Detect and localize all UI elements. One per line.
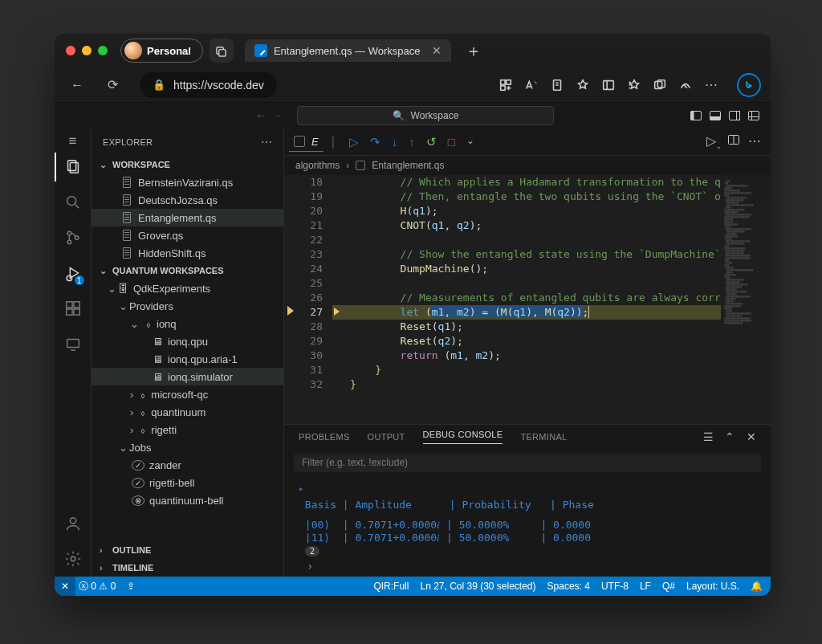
quantum-workspaces-header[interactable]: ⌄QUANTUM WORKSPACES bbox=[92, 262, 283, 279]
layout-panel-right-icon[interactable] bbox=[726, 107, 743, 124]
console-prompt-icon[interactable]: › bbox=[299, 556, 756, 576]
remote-indicator[interactable]: ✕ bbox=[55, 577, 75, 596]
close-window-button[interactable] bbox=[66, 46, 75, 55]
cursor-position[interactable]: Ln 27, Col 39 (30 selected) bbox=[420, 581, 535, 592]
bing-button[interactable] bbox=[737, 73, 761, 97]
menu-button[interactable]: ≡ bbox=[69, 133, 77, 149]
job-item[interactable]: ⊗quantinuum-bell bbox=[92, 491, 283, 509]
breadcrumb-folder[interactable]: algorithms bbox=[295, 160, 340, 171]
qir-status[interactable]: QIR:Full bbox=[373, 581, 409, 592]
panel-filter-icon[interactable]: ☰ bbox=[703, 430, 714, 443]
layout-panel-left-icon[interactable] bbox=[687, 107, 705, 124]
debug-console-output[interactable]: ▸ Basis | Amplitude | Probability | Phas… bbox=[284, 477, 771, 577]
code-editor[interactable]: 181920212223242526272829303132 // Which … bbox=[284, 175, 771, 424]
search-activity[interactable] bbox=[55, 185, 92, 220]
more-icon[interactable]: ⋯ bbox=[698, 72, 724, 98]
workspace-section-header[interactable]: ⌄WORKSPACE bbox=[92, 156, 283, 173]
keyboard-layout[interactable]: Layout: U.S. bbox=[686, 581, 739, 592]
nav-back-icon[interactable]: ← bbox=[255, 109, 267, 122]
explorer-activity[interactable] bbox=[55, 149, 92, 185]
target-item[interactable]: 🖥ionq.simulator bbox=[92, 368, 283, 385]
tab-close-icon[interactable]: ✕ bbox=[432, 44, 442, 57]
file-icon bbox=[294, 136, 305, 147]
encoding-status[interactable]: UTF-8 bbox=[601, 581, 629, 592]
customize-layout-icon[interactable] bbox=[745, 107, 763, 124]
breadcrumb-file[interactable]: Entanglement.qs bbox=[372, 160, 444, 171]
debug-step-into-button[interactable]: ↓ bbox=[392, 135, 398, 149]
language-status[interactable]: Q# bbox=[662, 581, 675, 592]
panel-tab-output[interactable]: OUTPUT bbox=[368, 432, 405, 442]
text-size-icon[interactable] bbox=[519, 72, 544, 98]
console-filter-input[interactable]: Filter (e.g. text, !exclude) bbox=[294, 454, 761, 472]
account-icon[interactable] bbox=[55, 506, 92, 541]
panel-tab-problems[interactable]: PROBLEMS bbox=[299, 432, 350, 442]
breadcrumb[interactable]: algorithms › Entanglement.qs bbox=[284, 156, 771, 175]
panel-maximize-icon[interactable]: ⌃ bbox=[725, 430, 735, 443]
panel-close-icon[interactable]: ✕ bbox=[747, 430, 756, 443]
jobs-node[interactable]: ⌄Jobs bbox=[92, 438, 283, 456]
file-item[interactable]: Grover.qs bbox=[92, 226, 283, 244]
debug-dropdown-icon[interactable]: ⌄ bbox=[466, 135, 474, 149]
layout-panel-bottom-icon[interactable] bbox=[706, 107, 724, 124]
provider-item[interactable]: ›⬨quantinuum bbox=[92, 403, 283, 421]
minimap[interactable]: ████ ████ ██████████████████████ ███████… bbox=[721, 175, 771, 424]
settings-icon[interactable] bbox=[55, 541, 92, 577]
browser-tab[interactable]: Entanglement.qs — Workspace ✕ bbox=[245, 39, 451, 62]
tab-overview-button[interactable] bbox=[210, 39, 234, 63]
target-item[interactable]: 🖥ionq.qpu.aria-1 bbox=[92, 350, 283, 368]
debug-step-out-button[interactable]: ↑ bbox=[409, 135, 415, 149]
back-button[interactable]: ← bbox=[64, 72, 90, 98]
target-item[interactable]: 🖥ionq.qpu bbox=[92, 332, 283, 350]
file-item[interactable]: DeutschJozsa.qs bbox=[92, 191, 283, 209]
outline-section[interactable]: ›OUTLINE bbox=[92, 541, 283, 559]
eol-status[interactable]: LF bbox=[640, 581, 651, 592]
debug-restart-button[interactable]: ↺ bbox=[426, 135, 437, 149]
qdk-experiments[interactable]: ⌄🗄QdkExperiments bbox=[92, 279, 283, 297]
panel-tab-terminal[interactable]: TERMINAL bbox=[520, 432, 567, 442]
address-bar: ← ⟳ 🔒 https://vscode.dev ⋯ bbox=[55, 67, 771, 103]
panel-tab-debug-console[interactable]: DEBUG CONSOLE bbox=[423, 430, 503, 444]
extensions-icon[interactable] bbox=[493, 72, 519, 98]
collections-icon[interactable] bbox=[647, 72, 673, 98]
url-box[interactable]: 🔒 https://vscode.dev bbox=[140, 72, 277, 98]
remote-activity[interactable] bbox=[55, 326, 92, 361]
svg-rect-24 bbox=[73, 302, 79, 308]
favorites-list-icon[interactable] bbox=[621, 72, 647, 98]
run-debug-activity[interactable]: 1 bbox=[55, 255, 92, 291]
providers-node[interactable]: ⌄Providers bbox=[92, 297, 283, 315]
job-item[interactable]: ✓zander bbox=[92, 456, 283, 474]
command-center-search[interactable]: 🔍 Workspace bbox=[297, 106, 554, 125]
sidebar-icon[interactable] bbox=[596, 72, 621, 98]
performance-icon[interactable] bbox=[673, 72, 698, 98]
zoom-window-button[interactable] bbox=[98, 46, 108, 55]
sidebar-more-icon[interactable]: ⋯ bbox=[261, 136, 272, 149]
window-controls[interactable] bbox=[66, 46, 108, 55]
problems-status[interactable]: ⓧ 0 ⚠ 0 bbox=[79, 580, 116, 593]
split-editor-icon[interactable] bbox=[727, 133, 745, 150]
extensions-activity[interactable] bbox=[55, 291, 92, 326]
browser-profile-button[interactable]: Personal bbox=[120, 39, 203, 63]
favorite-icon[interactable] bbox=[570, 72, 596, 98]
reader-icon[interactable] bbox=[544, 72, 570, 98]
new-tab-button[interactable]: ＋ bbox=[466, 40, 482, 62]
refresh-button[interactable]: ⟳ bbox=[100, 72, 125, 98]
minimize-window-button[interactable] bbox=[82, 46, 92, 55]
ports-status[interactable]: ⇪ bbox=[127, 581, 135, 592]
job-item[interactable]: ✓rigetti-bell bbox=[92, 474, 283, 491]
indentation-status[interactable]: Spaces: 4 bbox=[547, 581, 590, 592]
file-item[interactable]: HiddenShift.qs bbox=[92, 244, 283, 262]
editor-more-icon[interactable]: ⋯ bbox=[748, 133, 766, 150]
debug-step-over-button[interactable]: ↷ bbox=[370, 135, 380, 149]
source-control-activity[interactable] bbox=[55, 220, 92, 255]
file-item[interactable]: Entanglement.qs bbox=[92, 209, 283, 226]
notifications-icon[interactable]: 🔔 bbox=[751, 581, 763, 592]
provider-item[interactable]: ›⬨rigetti bbox=[92, 421, 283, 438]
file-item[interactable]: BernsteinVazirani.qs bbox=[92, 173, 283, 191]
timeline-section[interactable]: ›TIMELINE bbox=[92, 559, 283, 577]
debug-continue-button[interactable]: ▷ bbox=[349, 135, 359, 149]
run-file-button[interactable]: ▷⌄ bbox=[706, 133, 724, 150]
editor-tab[interactable]: E bbox=[289, 132, 324, 152]
tree-item[interactable]: ⌄⬨ionq bbox=[92, 315, 283, 332]
provider-item[interactable]: ›⬨microsoft-qc bbox=[92, 385, 283, 403]
debug-stop-button[interactable]: □ bbox=[448, 135, 455, 149]
